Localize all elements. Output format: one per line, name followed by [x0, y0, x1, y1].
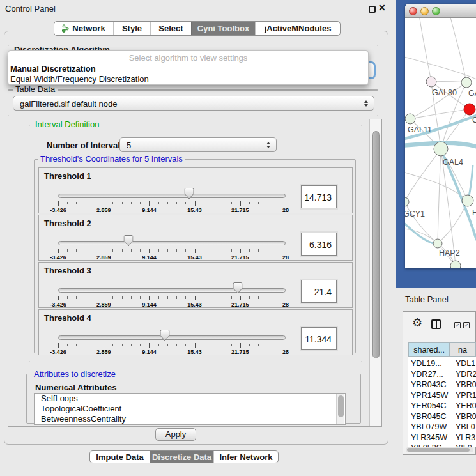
slider-tick — [231, 296, 232, 299]
slider-tick — [185, 249, 186, 252]
slider-track[interactable] — [58, 288, 286, 293]
table-row[interactable]: YDR27...YDR2 — [408, 369, 476, 380]
cell-name[interactable]: YLR3 — [456, 433, 475, 443]
attributes-list-scrollbar[interactable] — [336, 394, 344, 425]
column-header-name[interactable]: na — [450, 342, 476, 357]
cell-shared-name[interactable]: YDL19... — [411, 358, 442, 369]
minimize-traffic-light-icon[interactable] — [420, 7, 429, 15]
network-node-gal80[interactable] — [426, 77, 436, 87]
zoom-traffic-light-icon[interactable] — [432, 7, 440, 15]
table-row[interactable]: YPR145WYPR1 — [408, 390, 476, 401]
cell-shared-name[interactable]: YPR145W — [411, 390, 448, 401]
table-row[interactable]: YBL079WYBL0 — [408, 422, 476, 433]
popup-option-manual-discretization[interactable]: Manual Discretization — [8, 63, 368, 74]
slider-thumb[interactable] — [124, 235, 134, 247]
slider-tick — [240, 343, 241, 348]
table-row[interactable]: YLR345WYLR3 — [408, 433, 476, 443]
tab-discretize-data[interactable]: Discretize Data — [150, 451, 213, 463]
threshold-3-slider[interactable]: -3.4262.8599.14415.4321.71528 — [58, 279, 286, 309]
table-data-combobox[interactable]: galFiltered.sif default node — [13, 96, 374, 111]
slider-thumb[interactable] — [160, 330, 170, 341]
slider-tick — [86, 202, 86, 204]
cell-shared-name[interactable]: YBR043C — [411, 380, 447, 390]
scrollbar-thumb[interactable] — [338, 395, 344, 417]
slider-tick — [240, 296, 241, 300]
table-row[interactable]: YBR043CYBR0 — [408, 380, 476, 390]
threshold-2-value-field[interactable]: 6.316 — [301, 233, 337, 256]
slider-track[interactable] — [58, 335, 286, 340]
tab-style[interactable]: Style — [113, 22, 150, 35]
cell-name[interactable]: YER0 — [456, 401, 476, 411]
checkbox-icon[interactable]: ✓ — [463, 322, 470, 328]
slider-track[interactable] — [58, 194, 286, 198]
close-traffic-light-icon[interactable] — [409, 7, 417, 15]
table-row[interactable]: YER054CYER0 — [408, 401, 476, 411]
network-node-hap2[interactable] — [433, 239, 442, 248]
checkbox-icon[interactable]: ✓ — [454, 322, 461, 328]
apply-button[interactable]: Apply — [155, 428, 196, 441]
table-row[interactable]: YIL052CYIL0 — [408, 443, 476, 447]
network-node-gcy1[interactable] — [405, 197, 409, 206]
network-node-gal11[interactable] — [405, 114, 415, 124]
threshold-1-value-field[interactable]: 14.713 — [301, 185, 337, 208]
table-horizontal-scrollbar[interactable] — [406, 447, 473, 452]
tab-network[interactable]: Network — [54, 22, 113, 35]
threshold-label: Threshold 1 — [44, 171, 91, 181]
cell-name[interactable]: YBR0 — [456, 380, 476, 390]
cell-shared-name[interactable]: YLR345W — [411, 433, 447, 443]
slider-thumb[interactable] — [233, 282, 243, 294]
cell-name[interactable]: YDL1 — [456, 358, 475, 369]
cell-shared-name[interactable]: YBR045C — [411, 411, 447, 422]
tab-cyni-toolbox[interactable]: Cyni Toolbox — [191, 22, 255, 35]
threshold-3-value-field[interactable]: 21.4 — [301, 280, 337, 303]
tab-impute-data[interactable]: Impute Data — [90, 451, 150, 463]
network-node-ga[interactable] — [461, 77, 472, 88]
settings-scrollbar[interactable] — [369, 119, 382, 426]
slider-tick — [95, 202, 95, 204]
cell-name[interactable]: YIL0 — [456, 443, 472, 447]
cell-name[interactable]: YPR1 — [456, 390, 476, 401]
cell-name[interactable]: YBL0 — [456, 422, 475, 433]
network-node[interactable] — [450, 261, 461, 268]
tab-select[interactable]: Select — [150, 22, 191, 35]
float-window-icon[interactable] — [369, 6, 376, 13]
network-node-gal4[interactable] — [434, 142, 448, 156]
slider-tick — [158, 344, 159, 346]
cell-shared-name[interactable]: YBL079W — [411, 422, 447, 433]
cell-shared-name[interactable]: YDR27... — [411, 369, 443, 380]
tab-infer-network[interactable]: Infer Network — [213, 451, 278, 463]
threshold-4-row: Threshold 4-3.4262.8599.14415.4321.71528… — [38, 309, 353, 355]
table-row[interactable]: YBR045CYBR0 — [408, 411, 476, 422]
number-of-intervals-combobox[interactable]: 5 — [119, 137, 277, 152]
threshold-1-slider[interactable]: -3.4262.8599.14415.4321.71528 — [58, 185, 286, 214]
table-row[interactable]: YDL19...YDL1 — [408, 358, 476, 369]
threshold-4-value-field[interactable]: 11.344 — [301, 327, 337, 350]
network-node-c[interactable] — [464, 104, 475, 115]
slider-thumb[interactable] — [185, 188, 194, 199]
attribute-item-selfloops[interactable]: SelfLoops — [35, 394, 345, 404]
close-icon[interactable]: ✕ — [378, 3, 386, 13]
cell-name[interactable]: YBR0 — [456, 411, 476, 422]
scrollbar-thumb[interactable] — [407, 448, 470, 452]
gear-icon[interactable]: ⚙ — [412, 316, 422, 330]
column-header-shared-name[interactable]: shared... — [408, 342, 450, 357]
cell-shared-name[interactable]: YIL052C — [411, 443, 442, 447]
slider-tick — [112, 296, 113, 299]
network-node-h[interactable] — [462, 195, 473, 206]
scrollbar-thumb[interactable] — [372, 131, 380, 358]
threshold-4-slider[interactable]: -3.4262.8599.14415.4321.71528 — [58, 326, 286, 356]
node-label: HAP2 — [439, 249, 460, 257]
popup-option-equal-width-frequency[interactable]: Equal Width/Frequency Discretization — [8, 73, 368, 84]
slider-track[interactable] — [58, 241, 286, 245]
tab-jactivemnodules[interactable]: jActiveMNodules — [255, 22, 340, 35]
cell-shared-name[interactable]: YER054C — [411, 401, 447, 411]
threshold-2-slider[interactable]: -3.4262.8599.14415.4321.71528 — [58, 232, 286, 261]
slider-scale-label: 15.43 — [187, 254, 202, 261]
attribute-item-topologicalcoefficient[interactable]: TopologicalCoefficient — [35, 404, 345, 414]
table-panel: ⚙ ✓ ✓ shared... na YDL19...YDL1YDR27...Y… — [403, 311, 476, 455]
cell-name[interactable]: YDR2 — [456, 369, 476, 380]
network-canvas[interactable]: GAL80GACGAL11GAL4GCY1HHAP2 — [405, 18, 476, 268]
slider-tick — [112, 249, 113, 252]
attribute-item-betweennesscentrality[interactable]: BetweennessCentrality — [35, 414, 345, 424]
split-columns-icon[interactable] — [431, 319, 441, 329]
